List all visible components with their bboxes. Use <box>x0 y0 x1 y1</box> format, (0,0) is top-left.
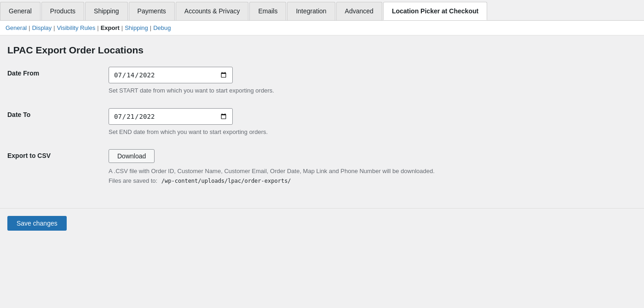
tab-location-picker[interactable]: Location Picker at Checkout <box>383 2 487 20</box>
download-button[interactable]: Download <box>109 149 155 163</box>
tab-emails[interactable]: Emails <box>249 2 286 20</box>
tab-advanced[interactable]: Advanced <box>336 2 382 20</box>
separator-4: | <box>121 24 123 31</box>
subnav-export-current: Export <box>101 24 120 31</box>
tab-integration[interactable]: Integration <box>287 2 335 20</box>
subnav-display[interactable]: Display <box>32 24 52 31</box>
date-to-description: Set END date from which you want to star… <box>109 128 637 137</box>
tab-payments[interactable]: Payments <box>129 2 175 20</box>
csv-path: /wp-content/uploads/lpac/order-exports/ <box>159 177 293 185</box>
separator-2: | <box>53 24 55 31</box>
tab-shipping[interactable]: Shipping <box>85 2 128 20</box>
subnav-shipping[interactable]: Shipping <box>125 24 148 31</box>
separator-5: | <box>150 24 151 31</box>
label-date-from: Date From <box>7 67 109 77</box>
subnav-visibility-rules[interactable]: Visibility Rules <box>57 24 96 31</box>
form-row-date-to: Date To Set END date from which you want… <box>7 108 637 137</box>
label-export-csv: Export to CSV <box>7 149 109 159</box>
save-changes-button[interactable]: Save changes <box>7 216 67 231</box>
separator-1: | <box>29 24 30 31</box>
date-to-input[interactable] <box>109 108 233 125</box>
form-row-date-from: Date From Set START date from which you … <box>7 67 637 95</box>
page-title: LPAC Export Order Locations <box>7 45 637 56</box>
subnav-general[interactable]: General <box>6 24 27 31</box>
form-row-export-csv: Export to CSV Download A .CSV file with … <box>7 149 637 186</box>
subnav-debug[interactable]: Debug <box>153 24 171 31</box>
content-area: LPAC Export Order Locations Date From Se… <box>0 35 644 208</box>
csv-description-line1: A .CSV file with Order ID, Customer Name… <box>109 168 435 174</box>
label-date-to: Date To <box>7 108 109 118</box>
csv-description-line2-prefix: Files are saved to: <box>109 177 159 184</box>
bottom-bar: Save changes <box>0 208 644 238</box>
field-date-from: Set START date from which you want to st… <box>109 67 637 95</box>
sub-navigation: General | Display | Visibility Rules | E… <box>0 21 644 35</box>
field-export-csv: Download A .CSV file with Order ID, Cust… <box>109 149 637 186</box>
field-date-to: Set END date from which you want to star… <box>109 108 637 137</box>
tab-products[interactable]: Products <box>41 2 84 20</box>
date-from-input[interactable] <box>109 67 233 83</box>
tab-general[interactable]: General <box>0 2 40 20</box>
separator-3: | <box>97 24 98 31</box>
csv-description: A .CSV file with Order ID, Customer Name… <box>109 167 637 186</box>
tabs-bar: General Products Shipping Payments Accou… <box>0 0 644 21</box>
date-from-description: Set START date from which you want to st… <box>109 86 637 95</box>
tab-accounts-privacy[interactable]: Accounts & Privacy <box>176 2 249 20</box>
